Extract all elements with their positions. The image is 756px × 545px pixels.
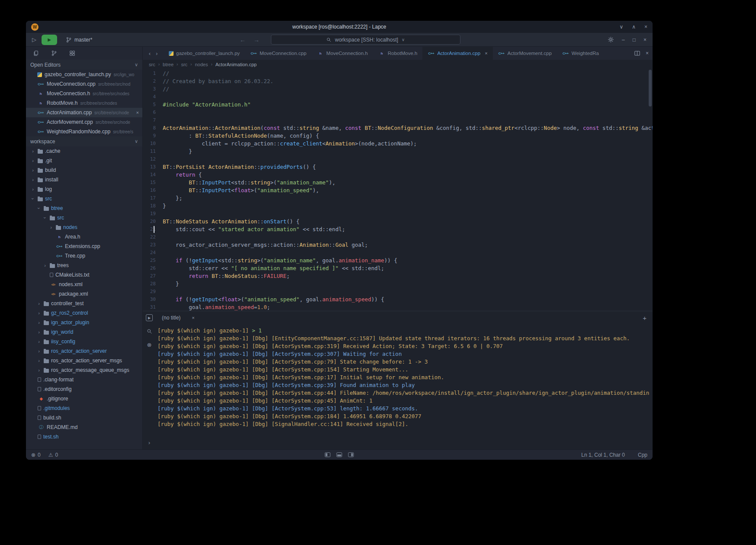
terminal-line-12[interactable]: [ruby $(which ign) gazebo-1] [Dbg] [Acto… — [158, 413, 649, 420]
window-close-icon[interactable]: × — [643, 37, 647, 43]
navigate-forward-icon[interactable]: → — [254, 36, 260, 43]
tree-file-cmakelists-txt[interactable]: CMakeLists.txt — [26, 270, 142, 280]
code-editor[interactable]: 1//2// Created by bastian on 26.03.22.3/… — [143, 69, 653, 311]
code-line-12[interactable]: 12 — [143, 155, 653, 163]
terminal-line-10[interactable]: [ruby $(which ign) gazebo-1] [Dbg] [Acto… — [158, 397, 649, 405]
navigate-back-icon[interactable]: ← — [240, 36, 246, 43]
file-explorer-icon[interactable] — [33, 50, 39, 56]
git-branch-indicator[interactable]: master* — [66, 37, 92, 43]
tree-folder-iisy-config[interactable]: ›iisy_config — [26, 337, 142, 346]
settings-gear-icon[interactable] — [608, 36, 614, 43]
terminal-tab-close-icon[interactable]: × — [192, 315, 194, 320]
code-line-5[interactable]: 5#include "ActorAnimation.h" — [143, 101, 653, 109]
code-line-22[interactable]: 22 — [143, 233, 653, 241]
tab-close-icon[interactable]: × — [485, 51, 487, 56]
terminal-line-11[interactable]: [ruby $(which ign) gazebo-1] [Dbg] [Acto… — [158, 405, 649, 413]
code-line-2[interactable]: 2// Created by bastian on 26.03.22. — [143, 77, 653, 85]
code-line-30[interactable]: 30 if (!getInput<float>("animation_speed… — [143, 296, 653, 303]
toggle-right-panel-icon[interactable] — [348, 452, 354, 457]
split-editor-icon[interactable] — [634, 50, 640, 56]
terminal-line-8[interactable]: [ruby $(which ign) gazebo-1] [Dbg] [Acto… — [158, 381, 649, 389]
tree-file-gitignore[interactable]: ◆.gitignore — [26, 394, 142, 403]
tree-folder-ign-world[interactable]: ›ign_world — [26, 327, 142, 337]
extensions-icon[interactable] — [69, 50, 75, 56]
tab-actoranimation-cpp[interactable]: C++ActorAnimation.cpp× — [422, 47, 492, 60]
open-editor-weightedrandomnode-cpp[interactable]: C++WeightedRandomNode.cppsrc/btree/s — [26, 127, 142, 136]
collapse-chevron-icon[interactable]: ∨ — [135, 139, 138, 144]
code-line-20[interactable]: 20BT::NodeStatus ActorAnimation::onStart… — [143, 218, 653, 226]
cursor-position[interactable]: Ln 1, Col 1, Char 0 — [581, 452, 625, 458]
code-line-26[interactable]: 26 std::cerr << "[ no animation name spe… — [143, 264, 653, 272]
breadcrumb-item[interactable]: src — [181, 62, 187, 67]
window-maximize-icon[interactable]: □ — [633, 37, 636, 43]
run-button[interactable]: ▶ — [42, 35, 57, 45]
terminal-line-5[interactable]: [ruby $(which ign) gazebo-1] [Dbg] [Acto… — [158, 358, 649, 366]
tree-file-extensions-cpp[interactable]: C++Extensions.cpp — [26, 242, 142, 251]
titlebar-unshade-icon[interactable]: ∧ — [632, 24, 636, 30]
tree-file-clang-format[interactable]: .clang-format — [26, 375, 142, 384]
workspace-header[interactable]: workspace ∨ — [26, 136, 142, 146]
tree-file-package-xml[interactable]: </>package.xml — [26, 289, 142, 299]
panel-expand-icon[interactable]: › — [148, 439, 150, 446]
tabs-scroll-left-icon[interactable]: ‹ — [149, 50, 151, 57]
terminal-line-4[interactable]: [ruby $(which ign) gazebo-1] [Dbg] [Acto… — [158, 350, 649, 358]
tree-folder-src[interactable]: ›src — [26, 213, 142, 223]
tree-folder-log[interactable]: ›log — [26, 184, 142, 194]
code-line-25[interactable]: 25 if (!getInput<std::string>("animation… — [143, 257, 653, 264]
tree-folder-ros-actor-action-server-msgs[interactable]: ›ros_actor_action_server_msgs — [26, 356, 142, 365]
code-line-10[interactable]: 10 client = rclcpp_action::create_client… — [143, 140, 653, 148]
code-line-6[interactable]: 6 — [143, 109, 653, 116]
code-line-15[interactable]: 15 BT::InputPort<std::string>("animation… — [143, 179, 653, 187]
tab-moveconnection-h[interactable]: hMoveConnection.h — [312, 47, 373, 60]
code-line-29[interactable]: 29 — [143, 288, 653, 296]
window-minimize-icon[interactable]: – — [622, 37, 625, 43]
code-line-24[interactable]: 24 — [143, 249, 653, 257]
terminal-line-6[interactable]: [ruby $(which ign) gazebo-1] [Dbg] [Acto… — [158, 366, 649, 374]
toggle-left-panel-icon[interactable] — [325, 452, 331, 457]
code-line-7[interactable]: 7 — [143, 116, 653, 124]
run-outline-icon[interactable]: ▷ — [32, 36, 36, 43]
breadcrumb-item[interactable]: ActorAnimation.cpp — [216, 62, 257, 67]
tree-folder-gz-ros2-control[interactable]: ›gz_ros2_control — [26, 308, 142, 318]
tree-file-readme-md[interactable]: ⓘREADME.md — [26, 422, 142, 432]
tree-folder-git[interactable]: ›.git — [26, 156, 142, 165]
breadcrumb-item[interactable]: nodes — [195, 62, 208, 67]
tree-file-gitmodules[interactable]: .gitmodules — [26, 403, 142, 413]
code-line-3[interactable]: 3// — [143, 85, 653, 93]
editor-scrollbar[interactable] — [649, 70, 652, 106]
tree-file-test-sh[interactable]: test.sh — [26, 432, 142, 442]
titlebar-shade-icon[interactable]: ∨ — [619, 24, 623, 30]
open-editor-moveconnection-h[interactable]: hMoveConnection.hsrc/btree/src/nodes — [26, 89, 142, 98]
tree-folder-build[interactable]: ›build — [26, 165, 142, 175]
tree-file-nodes-xml[interactable]: </>nodes.xml — [26, 280, 142, 289]
open-editor-robotmove-h[interactable]: hRobotMove.hsrc/btree/src/nodes — [26, 98, 142, 108]
terminal-line-1[interactable]: [ruby $(which ign) gazebo-1] > 1 — [158, 327, 649, 335]
tree-folder-cache[interactable]: ›.cache — [26, 146, 142, 156]
code-line-28[interactable]: 28 } — [143, 280, 653, 288]
terminal-tab[interactable]: (no title) × — [156, 311, 201, 324]
workspace-search-input[interactable]: workspace [SSH: localhost] ∨ — [271, 35, 460, 45]
open-editor-actoranimation-cpp[interactable]: C++ActorAnimation.cppsrc/btree/src/node× — [26, 108, 142, 117]
code-line-13[interactable]: 13BT::PortsList ActorAnimation::provided… — [143, 163, 653, 171]
close-icon[interactable]: × — [136, 110, 139, 115]
tab-moveconnection-cpp[interactable]: C++MoveConnection.cpp — [245, 47, 312, 60]
tree-file-tree-cpp[interactable]: C++Tree.cpp — [26, 251, 142, 261]
tree-folder-ign-actor-plugin[interactable]: ›ign_actor_plugin — [26, 318, 142, 327]
code-line-19[interactable]: 19 — [143, 210, 653, 218]
code-line-11[interactable]: 11 } — [143, 148, 653, 155]
toggle-bottom-panel-icon[interactable] — [337, 452, 342, 457]
code-line-9[interactable]: 9 : BT::StatefulActionNode(name, config)… — [143, 132, 653, 140]
tabs-scroll-right-icon[interactable]: › — [156, 50, 158, 57]
source-control-icon[interactable] — [51, 50, 57, 56]
terminal-line-3[interactable]: [ruby $(which ign) gazebo-1] [Dbg] [Acto… — [158, 342, 649, 350]
code-line-21[interactable]: 21 std::cout << "started actor animation… — [143, 226, 653, 233]
tree-folder-btree[interactable]: ›btree — [26, 203, 142, 213]
close-editor-icon[interactable]: × — [646, 50, 649, 56]
code-line-14[interactable]: 14 return { — [143, 171, 653, 179]
new-terminal-icon[interactable]: + — [643, 314, 653, 322]
code-line-8[interactable]: 8ActorAnimation::ActorAnimation(const st… — [143, 124, 653, 132]
tab-actormovement-cpp[interactable]: C++ActorMovement.cpp — [493, 47, 557, 60]
tab-robotmove-h[interactable]: hRobotMove.h — [373, 47, 422, 60]
code-line-23[interactable]: 23 ros_actor_action_server_msgs::action:… — [143, 241, 653, 249]
tree-folder-trees[interactable]: ›trees — [26, 261, 142, 270]
